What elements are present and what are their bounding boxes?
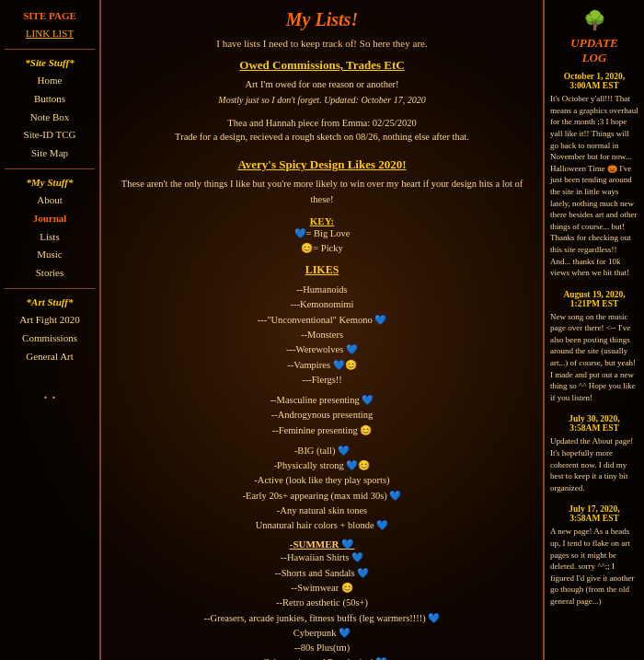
update-log-title: UPDATELOG bbox=[550, 36, 638, 64]
nav-stories[interactable]: Stories bbox=[5, 264, 95, 283]
deco-dots: . . bbox=[5, 384, 95, 403]
art-stuff-label: *Art Stuff* bbox=[5, 296, 95, 307]
section1-entry2: Trade for a design, recieved a rough ske… bbox=[115, 130, 529, 145]
like-retro: --Retro aesthetic (50s+) bbox=[115, 596, 529, 610]
update-text-4: A new page! As a heads up, I tend to fla… bbox=[550, 526, 638, 607]
update-entry-2: August 19, 2020,1:21PM EST New song on t… bbox=[550, 290, 638, 404]
like-hawaiian: --Hawaiian Shirts 💙 bbox=[115, 550, 529, 565]
section1-entry1: Thea and Hannah piece from Emma: 02/25/2… bbox=[115, 116, 529, 131]
left-sidebar: SITE PAGE LINK LIST *Site Stuff* Home Bu… bbox=[0, 0, 101, 660]
like-shorts: --Shorts and Sandals 💙 bbox=[115, 566, 529, 581]
like-big: -BIG (tall) 💙 bbox=[115, 444, 529, 458]
divider bbox=[5, 49, 95, 50]
update-text-2: New song on the music page over there! <… bbox=[550, 311, 638, 404]
nav-site-id[interactable]: Site-ID TCG bbox=[5, 126, 95, 145]
summer-header: -SUMMER 💙 bbox=[115, 538, 529, 550]
link-list-link[interactable]: LINK LIST bbox=[5, 25, 95, 43]
site-stuff-label: *Site Stuff* bbox=[5, 57, 95, 68]
like-werewolves: ---Werewolves 💙 bbox=[115, 342, 529, 357]
like-humanoids: --Humanoids bbox=[115, 283, 529, 297]
like-swimwear: --Swimwear 😊 bbox=[115, 581, 529, 596]
like-fem: --Feminine presenting 😊 bbox=[115, 423, 529, 438]
like-80s: --80s Plus(tm) bbox=[115, 641, 529, 655]
update-date-2: August 19, 2020,1:21PM EST bbox=[550, 290, 638, 308]
update-entry-4: July 17, 2020,3:58AM EST A new page! As … bbox=[550, 504, 638, 607]
nav-commissions[interactable]: Commissions bbox=[5, 330, 95, 348]
update-date-4: July 17, 2020,3:58AM EST bbox=[550, 504, 638, 523]
section2-title: Avery's Spicy Design Likes 2020! bbox=[115, 157, 529, 172]
nav-artfight[interactable]: Art Fight 2020 bbox=[5, 311, 95, 330]
update-date-1: October 1, 2020,3:00AM EST bbox=[550, 72, 638, 90]
nav-journal[interactable]: Journal bbox=[5, 210, 95, 228]
like-hair: Unnatural hair colors + blonde 💙 bbox=[115, 518, 529, 533]
section1-title: Owed Commissions, Trades EtC bbox=[115, 58, 529, 73]
site-title: SITE PAGE bbox=[5, 9, 95, 22]
my-stuff-label: *My Stuff* bbox=[5, 177, 95, 188]
nav-music[interactable]: Music bbox=[5, 246, 95, 264]
section1-desc: Art I'm owed for one reason or another! … bbox=[115, 77, 529, 109]
like-monsters: --Monsters bbox=[115, 328, 529, 342]
like-cyberpunk: Cyberpunk 💙 bbox=[115, 626, 529, 641]
divider3 bbox=[5, 288, 95, 289]
like-skin: -Any natural skin tones bbox=[115, 504, 529, 518]
like-strong: -Physically strong 💙😊 bbox=[115, 458, 529, 473]
tree-deco-top: 🌳 bbox=[550, 9, 638, 31]
key-big-love: 💙= Big Love bbox=[115, 226, 529, 241]
update-text-1: It's October y'all!!! That means a graph… bbox=[550, 93, 638, 279]
nav-buttons[interactable]: Buttons bbox=[5, 90, 95, 109]
likes-section: LIKES bbox=[115, 263, 529, 277]
nav-sitemap[interactable]: Site Map bbox=[5, 145, 95, 163]
like-active: -Active (look like they play sports) bbox=[115, 473, 529, 488]
update-entry-1: October 1, 2020,3:00AM EST It's October … bbox=[550, 72, 638, 279]
nav-home[interactable]: Home bbox=[5, 72, 95, 90]
update-text-3: Updated the About page! It's hopefully m… bbox=[550, 435, 638, 493]
like-age: -Early 20s+ appearing (max mid 30s) 💙 bbox=[115, 489, 529, 504]
like-kemonomimi: ---Kemonomimi bbox=[115, 297, 529, 312]
section2-desc: These aren't the only things I like but … bbox=[115, 177, 529, 208]
like-masc: --Masculine presenting 💙 bbox=[115, 393, 529, 408]
like-greasers: --Greasers, arcade junkies, fitness buff… bbox=[115, 611, 529, 626]
likes-label: LIKES bbox=[115, 263, 529, 277]
update-entry-3: July 30, 2020,3:58AM EST Updated the Abo… bbox=[550, 414, 638, 493]
divider2 bbox=[5, 168, 95, 169]
like-vampires: --Vampires 💙😊 bbox=[115, 358, 529, 373]
key-section: KEY: 💙= Big Love 😊= Picky bbox=[115, 215, 529, 257]
main-content: My Lists! I have lists I need to keep tr… bbox=[101, 0, 543, 660]
like-unconventional-kemono: ---"Unconventional" Kemono 💙 bbox=[115, 313, 529, 328]
nav-about[interactable]: About bbox=[5, 191, 95, 210]
nav-notebox[interactable]: Note Box bbox=[5, 109, 95, 127]
like-cybernetics: --Cybernetics and Prosthetics! 💙 bbox=[115, 655, 529, 660]
like-flergs: ---Flergs!! bbox=[115, 373, 529, 388]
section1-note: Mostly just so I don't forget. Updated: … bbox=[218, 95, 425, 105]
update-date-3: July 30, 2020,3:58AM EST bbox=[550, 414, 638, 433]
key-label: KEY: bbox=[115, 215, 529, 226]
like-andro: --Androgynous presenting bbox=[115, 408, 529, 423]
main-intro: I have lists I need to keep track of! So… bbox=[115, 38, 529, 49]
right-sidebar: 🌳 UPDATELOG October 1, 2020,3:00AM EST I… bbox=[543, 0, 644, 660]
key-picky: 😊= Picky bbox=[115, 241, 529, 256]
nav-general-art[interactable]: General Art bbox=[5, 348, 95, 366]
nav-lists[interactable]: Lists bbox=[5, 228, 95, 247]
main-title: My Lists! bbox=[115, 9, 529, 30]
